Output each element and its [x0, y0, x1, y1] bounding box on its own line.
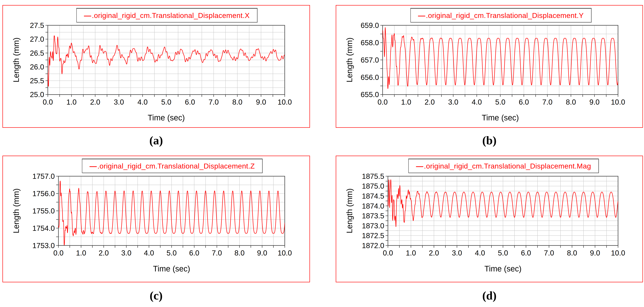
svg-text:25.0: 25.0: [30, 90, 44, 99]
svg-text:9.0: 9.0: [257, 249, 267, 257]
legend-line-sample-mag: —: [416, 162, 424, 170]
svg-text:1754.0: 1754.0: [32, 224, 55, 232]
svg-text:1753.0: 1753.0: [32, 242, 55, 250]
svg-text:1.0: 1.0: [406, 249, 416, 257]
panel-a-legend: —.original_rigid_cm.Translational_Displa…: [76, 8, 257, 22]
svg-text:10.0: 10.0: [611, 98, 625, 106]
panel-a: 0.01.02.03.04.05.06.07.08.09.010.027.527…: [2, 5, 310, 128]
svg-text:3.0: 3.0: [121, 249, 132, 257]
panel-d-legend: —.original_rigid_cm.Translational_Displa…: [408, 159, 599, 173]
svg-text:659.0: 659.0: [360, 21, 379, 29]
axis-ticks: [46, 25, 284, 97]
x-tick-labels: 0.01.02.03.04.05.06.07.08.09.010.0: [54, 249, 292, 257]
svg-text:7.0: 7.0: [209, 98, 219, 106]
panel-letter-b: (b): [459, 134, 520, 147]
svg-text:0.0: 0.0: [54, 249, 64, 257]
svg-text:8.0: 8.0: [234, 249, 244, 257]
y-axis-title: Length (mm): [12, 188, 20, 233]
svg-text:1872.0: 1872.0: [362, 242, 384, 250]
svg-text:10.0: 10.0: [278, 98, 292, 106]
x-axis-title: Time (sec): [148, 113, 185, 122]
svg-text:5.0: 5.0: [166, 249, 177, 257]
svg-text:5.0: 5.0: [495, 98, 505, 106]
y-tick-labels: 27.527.026.526.025.525.0: [30, 21, 44, 99]
svg-text:0.0: 0.0: [383, 249, 393, 257]
svg-text:656.0: 656.0: [360, 73, 379, 81]
svg-text:10.0: 10.0: [278, 249, 292, 257]
svg-text:8.0: 8.0: [566, 98, 576, 106]
y-tick-labels: 659.0658.0657.0656.0655.0: [360, 21, 379, 99]
svg-text:27.0: 27.0: [30, 35, 44, 43]
panel-c-legend: —.original_rigid_cm.Translational_Displa…: [82, 159, 262, 173]
grid: [388, 176, 618, 246]
panel-c: 0.01.02.03.04.05.06.07.08.09.010.01757.0…: [2, 156, 310, 282]
svg-text:1873.5: 1873.5: [362, 212, 384, 220]
svg-text:1757.0: 1757.0: [32, 172, 55, 180]
svg-text:8.0: 8.0: [567, 249, 577, 257]
grid: [48, 25, 284, 95]
legend-line-sample-y: —: [418, 11, 426, 19]
svg-text:26.5: 26.5: [30, 49, 44, 57]
svg-text:9.0: 9.0: [590, 249, 600, 257]
panel-b-legend: —.original_rigid_cm.Translational_Displa…: [410, 8, 591, 22]
svg-text:1756.0: 1756.0: [32, 190, 55, 198]
panel-letter-a: (a): [126, 134, 187, 147]
panel-letter-c: (c): [126, 289, 187, 302]
svg-text:8.0: 8.0: [232, 98, 242, 106]
legend-line-sample-z: —: [90, 162, 97, 170]
svg-text:1874.5: 1874.5: [362, 192, 384, 200]
svg-text:2.0: 2.0: [429, 249, 439, 257]
axis-ticks: [386, 176, 618, 248]
svg-text:26.0: 26.0: [30, 63, 44, 71]
x-axis-title: Time (sec): [484, 264, 522, 273]
svg-text:6.0: 6.0: [519, 98, 529, 106]
svg-text:2.0: 2.0: [90, 98, 100, 106]
svg-text:9.0: 9.0: [256, 98, 266, 106]
svg-text:1.0: 1.0: [66, 98, 76, 106]
svg-text:658.0: 658.0: [360, 39, 379, 47]
legend-label-z: .original_rigid_cm.Translational_Displac…: [98, 162, 255, 170]
svg-text:0.0: 0.0: [378, 98, 388, 106]
x-tick-labels: 0.01.02.03.04.05.06.07.08.09.010.0: [383, 249, 625, 257]
svg-text:1872.5: 1872.5: [362, 232, 384, 240]
svg-text:3.0: 3.0: [114, 98, 124, 106]
x-axis-title: Time (sec): [482, 113, 519, 122]
svg-text:6.0: 6.0: [521, 249, 531, 257]
panel-b-svg: 0.01.02.03.04.05.06.07.08.09.010.0659.06…: [336, 5, 642, 127]
legend-label-y: .original_rigid_cm.Translational_Displac…: [426, 11, 584, 19]
grid: [382, 25, 618, 95]
panel-letter-d: (d): [459, 289, 520, 302]
y-tick-labels: 1875.51875.01874.51874.01873.51873.01872…: [362, 172, 384, 250]
x-tick-labels: 0.01.02.03.04.05.06.07.08.09.010.0: [378, 98, 625, 106]
svg-text:657.0: 657.0: [360, 56, 379, 64]
svg-text:1.0: 1.0: [401, 98, 411, 106]
svg-text:4.0: 4.0: [472, 98, 482, 106]
svg-text:5.0: 5.0: [498, 249, 508, 257]
svg-text:9.0: 9.0: [589, 98, 600, 106]
svg-text:4.0: 4.0: [475, 249, 485, 257]
y-axis-title: Length (mm): [345, 37, 354, 82]
svg-text:6.0: 6.0: [189, 249, 199, 257]
svg-text:1755.0: 1755.0: [32, 207, 55, 215]
svg-text:27.5: 27.5: [30, 21, 44, 29]
svg-text:7.0: 7.0: [544, 249, 554, 257]
grid: [58, 176, 285, 246]
svg-text:3.0: 3.0: [452, 249, 462, 257]
svg-text:1874.0: 1874.0: [362, 202, 384, 210]
svg-text:25.5: 25.5: [30, 77, 44, 85]
legend-label-x: .original_rigid_cm.Translational_Displac…: [92, 11, 250, 19]
svg-text:2.0: 2.0: [425, 98, 435, 106]
svg-text:7.0: 7.0: [542, 98, 552, 106]
x-axis-title: Time (sec): [153, 264, 190, 273]
panel-d: 0.01.02.03.04.05.06.07.08.09.010.01875.5…: [336, 156, 643, 282]
svg-text:3.0: 3.0: [448, 98, 458, 106]
panel-b: 0.01.02.03.04.05.06.07.08.09.010.0659.06…: [336, 5, 643, 128]
y-axis-title: Length (mm): [12, 37, 20, 82]
svg-text:1873.0: 1873.0: [362, 222, 384, 230]
panel-a-svg: 0.01.02.03.04.05.06.07.08.09.010.027.527…: [3, 5, 310, 127]
panel-c-svg: 0.01.02.03.04.05.06.07.08.09.010.01757.0…: [3, 156, 310, 282]
svg-text:4.0: 4.0: [138, 98, 148, 106]
svg-text:655.0: 655.0: [360, 90, 379, 99]
axis-ticks: [380, 25, 618, 97]
x-tick-labels: 0.01.02.03.04.05.06.07.08.09.010.0: [43, 98, 292, 106]
